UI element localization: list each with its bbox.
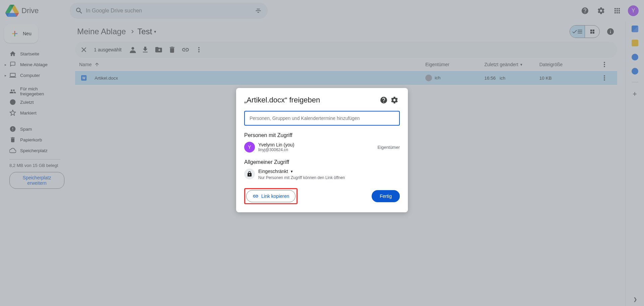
person-role: Eigentümer — [378, 145, 400, 150]
copy-link-highlight: Link kopieren — [244, 188, 298, 204]
modal-scrim: „Artikel.docx“ freigeben Personen mit Zu… — [0, 0, 644, 306]
dialog-help-icon[interactable] — [378, 95, 389, 105]
person-email: linyj@300624.cn — [258, 147, 294, 152]
add-people-input[interactable] — [244, 111, 400, 126]
access-level-select[interactable]: Eingeschränkt▼ — [258, 169, 345, 174]
general-access-row: Eingeschränkt▼ Nur Personen mit Zugriff … — [244, 169, 400, 180]
person-row: Y Yvelynn Lin (you) linyj@300624.cn Eige… — [244, 142, 400, 152]
access-note: Nur Personen mit Zugriff können den Link… — [258, 175, 345, 180]
general-access-heading: Allgemeiner Zugriff — [244, 159, 400, 165]
people-with-access-heading: Personen mit Zugriff — [244, 132, 400, 138]
person-name: Yvelynn Lin (you) — [258, 142, 294, 147]
link-icon — [253, 193, 259, 199]
dialog-settings-icon[interactable] — [389, 95, 400, 105]
done-button[interactable]: Fertig — [372, 190, 400, 202]
caret-down-icon: ▼ — [290, 170, 293, 173]
dialog-title: „Artikel.docx“ freigeben — [244, 96, 378, 104]
share-dialog: „Artikel.docx“ freigeben Personen mit Zu… — [236, 88, 408, 212]
person-avatar: Y — [244, 142, 255, 152]
copy-link-button[interactable]: Link kopieren — [246, 190, 296, 202]
lock-icon — [244, 169, 255, 179]
